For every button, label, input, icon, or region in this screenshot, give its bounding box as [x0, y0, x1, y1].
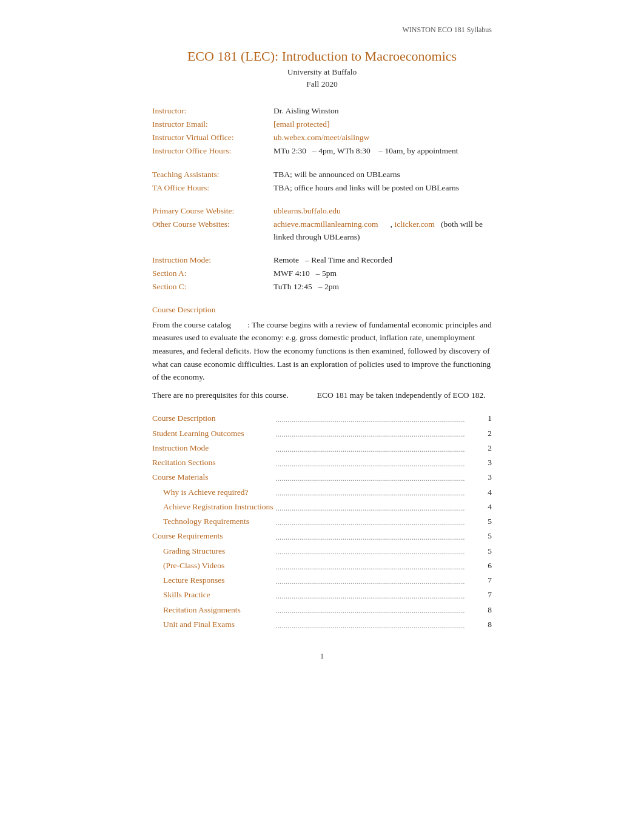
toc-page-number: 8: [481, 603, 492, 617]
toc-page-number: 4: [481, 485, 492, 500]
email-label: Instructor Email:: [152, 118, 273, 131]
primary-website-link[interactable]: ublearns.buffalo.edu: [273, 206, 341, 215]
toc-item-label[interactable]: (Pre-Class) Videos: [152, 558, 275, 573]
toc-page-number: 6: [481, 558, 492, 573]
toc-dots: ........................................…: [275, 529, 481, 543]
from-catalog-label: From the course catalog: [152, 320, 231, 329]
page-number: 1: [320, 651, 324, 660]
mode-table: Instruction Mode: Remote – Real Time and…: [152, 253, 492, 294]
toc-page-number: 2: [481, 441, 492, 455]
comma-separator: ,: [378, 220, 394, 229]
instructor-value: Dr. Aisling Winston: [273, 104, 492, 118]
toc-item-label[interactable]: Grading Structures: [152, 544, 275, 558]
virtual-office-value: ub.webex.com/meet/aislingw: [273, 131, 492, 144]
ta-hours-row: TA Office Hours: TBA; office hours and l…: [152, 181, 492, 195]
toc-row: Grading Structures......................…: [152, 544, 492, 558]
toc-dots: ........................................…: [275, 588, 481, 602]
instructor-section: Instructor: Dr. Aisling Winston Instruct…: [152, 104, 492, 158]
toc-item-label[interactable]: Unit and Final Exams: [152, 617, 275, 632]
term-label: Fall 2020: [152, 78, 492, 90]
prereq-text: There are no prerequisites for this cour…: [152, 389, 492, 402]
course-desc-body: From the course catalog : The course beg…: [152, 318, 492, 384]
email-value: [email protected]: [273, 118, 492, 131]
section-a-value: MWF 4:10 – 5pm: [273, 267, 492, 280]
toc-page-number: 5: [481, 514, 492, 529]
toc-dots: ........................................…: [275, 470, 481, 485]
toc-row: Course Requirements.....................…: [152, 529, 492, 543]
toc-page-number: 8: [481, 617, 492, 632]
header-right: WINSTON ECO 181 Syllabus: [152, 24, 492, 35]
section-a-label-text: Section A:: [152, 269, 187, 278]
toc-dots: ........................................…: [275, 411, 481, 426]
toc-row: Recitation Assignments..................…: [152, 603, 492, 617]
toc-item-label[interactable]: Course Materials: [152, 470, 275, 485]
toc-item-label[interactable]: Achieve Registration Instructions: [152, 500, 275, 514]
toc-dots: ........................................…: [275, 544, 481, 558]
mode-row: Instruction Mode: Remote – Real Time and…: [152, 253, 492, 267]
syllabus-label: WINSTON ECO 181 Syllabus: [403, 25, 492, 34]
toc-dots: ........................................…: [275, 514, 481, 529]
office-hours-row: Instructor Office Hours: MTu 2:30 – 4pm,…: [152, 144, 492, 158]
toc-row: Course Materials........................…: [152, 470, 492, 485]
ta-row: Teaching Assistants: TBA; will be announ…: [152, 168, 492, 181]
toc-item-label[interactable]: Lecture Responses: [152, 573, 275, 588]
toc-row: Why is Achieve required?................…: [152, 485, 492, 500]
mode-label-text: Instruction Mode:: [152, 255, 211, 264]
toc-item-label[interactable]: Technology Requirements: [152, 514, 275, 529]
toc-row: (Pre-Class) Videos......................…: [152, 558, 492, 573]
iclicker-link[interactable]: iclicker.com: [394, 220, 434, 229]
toc-page-number: 7: [481, 573, 492, 588]
toc-item-label[interactable]: Skills Practice: [152, 588, 275, 602]
toc-item-label[interactable]: Why is Achieve required?: [152, 485, 275, 500]
website-table: Primary Course Website: ublearns.buffalo…: [152, 204, 492, 244]
page-container: WINSTON ECO 181 Syllabus ECO 181 (LEC): …: [116, 0, 528, 699]
toc-page-number: 5: [481, 529, 492, 543]
toc-page-number: 5: [481, 544, 492, 558]
toc-item-label[interactable]: Course Requirements: [152, 529, 275, 543]
section-a-row: Section A: MWF 4:10 – 5pm: [152, 267, 492, 280]
university-name: University at Buffalo: [152, 66, 492, 78]
virtual-office-link[interactable]: ub.webex.com/meet/aislingw: [273, 133, 369, 142]
ta-table: Teaching Assistants: TBA; will be announ…: [152, 168, 492, 195]
toc-dots: ........................................…: [275, 617, 481, 632]
mode-section: Instruction Mode: Remote – Real Time and…: [152, 253, 492, 294]
toc-page-number: 1: [481, 411, 492, 426]
instructor-row: Instructor: Dr. Aisling Winston: [152, 104, 492, 118]
toc-item-label[interactable]: Instruction Mode: [152, 441, 275, 455]
toc-row: Lecture Responses.......................…: [152, 573, 492, 588]
toc-row: Technology Requirements.................…: [152, 514, 492, 529]
title-block: ECO 181 (LEC): Introduction to Macroecon…: [152, 46, 492, 91]
other-websites-value: achieve.macmillanlearning.com , iclicker…: [273, 218, 492, 244]
toc-row: Achieve Registration Instructions.......…: [152, 500, 492, 514]
toc-page-number: 3: [481, 455, 492, 470]
section-a-label: Section A:: [152, 267, 273, 280]
course-desc-heading-text: Course Description: [152, 305, 216, 314]
toc-item-label[interactable]: Recitation Sections: [152, 455, 275, 470]
section-c-label: Section C:: [152, 280, 273, 293]
toc-item-label[interactable]: Student Learning Outcomes: [152, 426, 275, 441]
toc-row: Skills Practice.........................…: [152, 588, 492, 602]
toc-item-label[interactable]: Course Description: [152, 411, 275, 426]
ta-label: Teaching Assistants:: [152, 168, 273, 181]
toc-row: Instruction Mode........................…: [152, 441, 492, 455]
toc-page-number: 2: [481, 426, 492, 441]
achieve-link[interactable]: achieve.macmillanlearning.com: [273, 220, 378, 229]
virtual-office-label: Instructor Virtual Office:: [152, 131, 273, 144]
toc-dots: ........................................…: [275, 500, 481, 514]
instructor-table: Instructor: Dr. Aisling Winston Instruct…: [152, 104, 492, 158]
toc-dots: ........................................…: [275, 573, 481, 588]
other-websites-row: Other Course Websites: achieve.macmillan…: [152, 218, 492, 244]
email-link[interactable]: [email protected]: [273, 119, 330, 129]
ta-value: TBA; will be announced on UBLearns: [273, 168, 492, 181]
toc-dots: ........................................…: [275, 558, 481, 573]
office-hours-label: Instructor Office Hours:: [152, 144, 273, 158]
primary-website-value: ublearns.buffalo.edu: [273, 204, 492, 218]
toc-page-number: 7: [481, 588, 492, 602]
primary-website-row: Primary Course Website: ublearns.buffalo…: [152, 204, 492, 218]
toc-row: Unit and Final Exams....................…: [152, 617, 492, 632]
toc-dots: ........................................…: [275, 485, 481, 500]
toc-dots: ........................................…: [275, 603, 481, 617]
course-title: ECO 181 (LEC): Introduction to Macroecon…: [152, 46, 492, 66]
toc-item-label[interactable]: Recitation Assignments: [152, 603, 275, 617]
other-websites-label: Other Course Websites:: [152, 218, 273, 244]
